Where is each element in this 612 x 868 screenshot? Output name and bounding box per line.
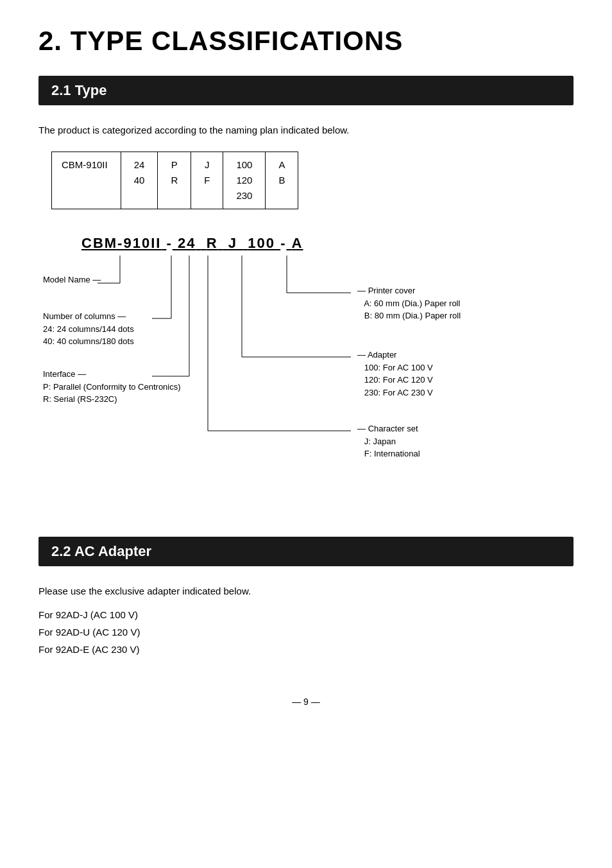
table-cell-model: CBM-910II: [52, 152, 121, 209]
section-2-container: 2.2 AC Adapter Please use the exclusive …: [38, 537, 574, 658]
table-cell-voltage: 100120230: [223, 152, 266, 209]
adapter-intro: Please use the exclusive adapter indicat…: [38, 586, 574, 596]
classification-diagram: CBM-910II - 24 R J 100 - A Mode: [43, 235, 569, 505]
table-cell-cover: AB: [266, 152, 298, 209]
ms-sep2: -: [280, 235, 286, 252]
adapter-item-1: For 92AD-J (AC 100 V): [38, 606, 574, 623]
label-interface: Interface — P: Parallel (Conformity to C…: [43, 368, 181, 406]
section-2-header: 2.2 AC Adapter: [38, 537, 574, 566]
table-cell-interface: PR: [158, 152, 191, 209]
table-row: CBM-910II 2440 PR JF 100120230 AB: [52, 152, 298, 209]
label-printer-cover: — Printer cover A: 60 mm (Dia.) Paper ro…: [357, 284, 461, 322]
ms-A: A: [292, 235, 303, 252]
label-model-name: Model Name —: [43, 275, 101, 284]
page-number: — 9 —: [38, 697, 574, 707]
section1-intro: The product is categorized according to …: [38, 125, 574, 135]
label-num-columns: Number of columns — 24: 24 columns/144 d…: [43, 310, 134, 348]
ms-100: 100: [248, 235, 275, 252]
label-adapter: — Adapter 100: For AC 100 V 120: For AC …: [357, 349, 433, 399]
ms-model: CBM-910II: [81, 235, 161, 252]
table-cell-cols: 2440: [121, 152, 158, 209]
classification-table: CBM-910II 2440 PR JF 100120230 AB: [51, 152, 298, 209]
table-cell-charset: JF: [191, 152, 223, 209]
label-character-set: — Character set J: Japan F: Internationa…: [357, 422, 420, 460]
section-1-header: 2.1 Type: [38, 76, 574, 105]
ms-R: R: [207, 235, 218, 252]
model-string: CBM-910II - 24 R J 100 - A: [81, 235, 303, 252]
page-title: 2. TYPE CLASSIFICATIONS: [38, 26, 574, 56]
ms-J: J: [228, 235, 237, 252]
adapter-item-2: For 92AD-U (AC 120 V): [38, 623, 574, 641]
adapter-list: For 92AD-J (AC 100 V) For 92AD-U (AC 120…: [38, 606, 574, 658]
adapter-item-3: For 92AD-E (AC 230 V): [38, 641, 574, 658]
ms-sep1: -: [166, 235, 172, 252]
ms-24: 24: [178, 235, 196, 252]
